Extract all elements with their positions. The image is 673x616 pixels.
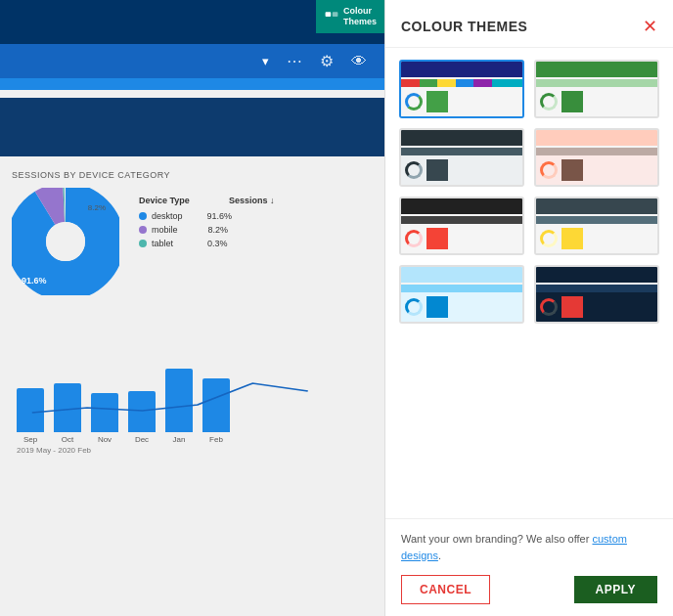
colour-themes-panel: COLOUR THEMES ✕ bbox=[384, 0, 673, 616]
theme4-circle bbox=[540, 161, 558, 179]
bar-date-range: 2019 May - 2020 Feb bbox=[12, 444, 375, 457]
mobile-dot bbox=[139, 226, 147, 234]
close-button[interactable]: ✕ bbox=[643, 18, 657, 35]
pie-label-small: 8.2% bbox=[88, 203, 106, 212]
palette-icon bbox=[324, 9, 339, 24]
theme-card-4[interactable] bbox=[534, 128, 659, 187]
theme1-body bbox=[401, 87, 522, 116]
theme2-circle bbox=[540, 93, 558, 110]
svg-point-3 bbox=[46, 222, 85, 261]
theme3-circle bbox=[405, 161, 423, 179]
theme2-subheader bbox=[536, 79, 657, 87]
theme7-body bbox=[401, 292, 522, 322]
view-icon[interactable]: 👁 bbox=[351, 53, 367, 70]
theme8-body bbox=[536, 292, 657, 322]
theme8-square bbox=[561, 296, 583, 318]
theme7-circle bbox=[405, 298, 423, 316]
theme5-square bbox=[426, 228, 448, 249]
panel-title: COLOUR THEMES bbox=[401, 19, 527, 34]
theme8-header bbox=[536, 267, 657, 283]
panel-footer: Want your own branding? We also offer cu… bbox=[385, 518, 673, 616]
dashboard-content: SESSIONS BY DEVICE CATEGORY 91.6% 8.2% D… bbox=[0, 156, 386, 466]
panel-header: COLOUR THEMES ✕ bbox=[385, 0, 673, 48]
pie-label-large: 91.6% bbox=[22, 276, 47, 286]
colour-themes-button[interactable]: ColourThemes bbox=[316, 0, 384, 33]
theme-card-5[interactable] bbox=[399, 197, 524, 255]
legend-item-tablet: tablet 0.3% bbox=[139, 239, 274, 248]
chart-legend: Device Type Sessions ↓ desktop 91.6% mob… bbox=[139, 196, 274, 252]
theme6-header bbox=[536, 198, 657, 214]
desktop-dot bbox=[139, 212, 147, 220]
footer-actions: CANCEL APPLY bbox=[401, 575, 657, 604]
blue-accent-bar bbox=[0, 78, 386, 90]
settings-icon[interactable]: ⚙ bbox=[320, 52, 334, 70]
themes-grid bbox=[399, 60, 659, 324]
cancel-button[interactable]: CANCEL bbox=[401, 575, 490, 604]
pie-chart: 91.6% 8.2% bbox=[12, 188, 119, 295]
theme6-subheader bbox=[536, 216, 657, 224]
theme8-subheader bbox=[536, 285, 657, 292]
dropdown-control[interactable]: ▾ bbox=[262, 54, 269, 68]
themes-grid-container[interactable] bbox=[385, 48, 673, 518]
theme-card-7[interactable] bbox=[399, 265, 524, 324]
dashboard-background: ▾ ⋯ ⚙ 👁 SESSIONS BY DEVICE CATEGORY 91.6… bbox=[0, 0, 386, 616]
legend-item-desktop: desktop 91.6% bbox=[139, 211, 274, 221]
theme6-body bbox=[536, 224, 657, 253]
theme5-body bbox=[401, 224, 522, 253]
theme6-square bbox=[561, 228, 583, 249]
apply-button[interactable]: APPLY bbox=[574, 576, 657, 603]
theme-card-8[interactable] bbox=[534, 265, 659, 324]
theme3-header bbox=[401, 130, 522, 146]
theme4-square bbox=[561, 159, 583, 181]
svg-rect-4 bbox=[326, 12, 332, 17]
theme1-square bbox=[426, 91, 448, 112]
theme1-subheader bbox=[401, 79, 522, 87]
theme2-body bbox=[536, 87, 657, 116]
ct-btn-label: ColourThemes bbox=[343, 6, 377, 27]
theme2-square bbox=[561, 91, 583, 112]
theme-card-1[interactable] bbox=[399, 60, 524, 118]
bar-labels: Sep Oct Nov Dec Jan Feb bbox=[12, 435, 375, 444]
theme4-subheader bbox=[536, 148, 657, 155]
theme-card-2[interactable] bbox=[534, 60, 659, 118]
theme5-subheader bbox=[401, 216, 522, 224]
dark-bar bbox=[0, 98, 386, 156]
theme3-square bbox=[426, 159, 448, 181]
theme5-header bbox=[401, 198, 522, 214]
theme4-header bbox=[536, 130, 657, 146]
svg-rect-5 bbox=[333, 12, 338, 17]
trend-line bbox=[12, 354, 375, 432]
theme7-header bbox=[401, 267, 522, 283]
legend-device-header: Device Type bbox=[139, 196, 190, 205]
theme7-subheader bbox=[401, 285, 522, 292]
legend-header: Device Type Sessions ↓ bbox=[139, 196, 274, 205]
theme3-body bbox=[401, 155, 522, 185]
theme-card-6[interactable] bbox=[534, 197, 659, 255]
legend-sessions-header: Sessions ↓ bbox=[229, 196, 275, 205]
theme3-subheader bbox=[401, 148, 522, 155]
bar-chart-container: Sep Oct Nov Dec Jan Feb 2019 May - 2020 … bbox=[12, 354, 375, 457]
bar-chart bbox=[12, 354, 375, 432]
theme4-body bbox=[536, 155, 657, 185]
theme1-circle bbox=[405, 93, 423, 110]
theme1-header bbox=[401, 62, 522, 77]
share-icon[interactable]: ⋯ bbox=[287, 52, 302, 70]
dashboard-toolbar: ▾ ⋯ ⚙ 👁 bbox=[0, 44, 386, 78]
legend-item-mobile: mobile 8.2% bbox=[139, 225, 274, 235]
footer-text: Want your own branding? We also offer cu… bbox=[401, 531, 657, 563]
theme8-circle bbox=[540, 298, 558, 316]
pie-section: 91.6% 8.2% Device Type Sessions ↓ deskto… bbox=[12, 188, 375, 295]
theme7-square bbox=[426, 296, 448, 318]
theme6-circle bbox=[540, 230, 558, 247]
section-title: SESSIONS BY DEVICE CATEGORY bbox=[12, 170, 375, 180]
theme-card-3[interactable] bbox=[399, 128, 524, 187]
tablet-dot bbox=[139, 240, 147, 247]
theme2-header bbox=[536, 62, 657, 77]
theme5-circle bbox=[405, 230, 423, 247]
